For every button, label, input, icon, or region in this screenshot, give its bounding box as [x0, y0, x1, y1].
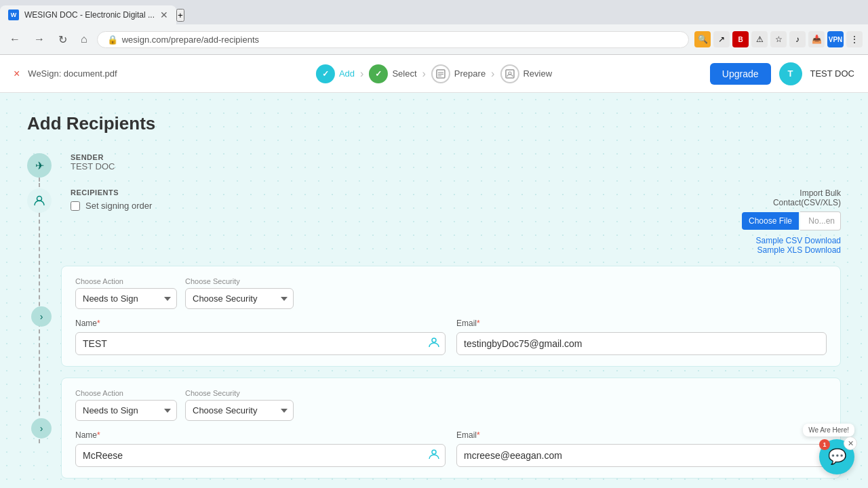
- card-2-name-group: Name*: [75, 430, 446, 467]
- svg-point-8: [432, 450, 436, 454]
- browser-toolbar: ← → ↻ ⌂ 🔒 wesign.com/prepare/add-recipie…: [0, 24, 868, 54]
- card-2-email-group: Email*: [456, 430, 827, 467]
- card-1-action-label: Choose Action: [75, 277, 177, 285]
- document-name: WeSign: document.pdf: [28, 68, 117, 79]
- card-1-contact-icon[interactable]: [428, 336, 440, 351]
- card-2-field-row: Name*: [75, 430, 827, 467]
- card-2-email-label: Email*: [456, 430, 827, 440]
- import-file-row: Choose File No...en: [742, 211, 841, 230]
- main-content: Add Recipients ✈ SENDER TEST DOC: [0, 93, 868, 488]
- app-logo: × WeSign: document.pdf: [14, 68, 117, 80]
- card-1-email-group: Email*: [456, 319, 827, 355]
- card-2-inner: Choose Action Needs to Sign Choose Secur…: [61, 378, 841, 479]
- step-add-label: Add: [339, 68, 355, 79]
- ext-icon-4[interactable]: ☆: [770, 31, 787, 47]
- card-2-security-dropdown[interactable]: Choose Security: [185, 400, 294, 421]
- step-add-circle: ✓: [316, 64, 335, 83]
- user-avatar: T: [779, 62, 802, 85]
- card-2-arrow-button[interactable]: ›: [31, 418, 52, 439]
- sample-xls-link[interactable]: Sample XLS Download: [742, 245, 841, 255]
- user-name: TEST DOC: [810, 68, 855, 79]
- browser-chrome: W WESIGN DOC - Electronic Digital ... ✕ …: [0, 0, 868, 55]
- card-1-arrow-button[interactable]: ›: [31, 306, 52, 327]
- sender-label: SENDER: [71, 153, 841, 161]
- upgrade-button[interactable]: Upgrade: [710, 63, 771, 85]
- step-review: Review: [500, 64, 552, 83]
- step-select-label: Select: [392, 68, 416, 79]
- sender-name: TEST DOC: [71, 161, 841, 171]
- step-review-label: Review: [523, 68, 552, 79]
- card-1-action-dropdown[interactable]: Needs to Sign: [75, 288, 177, 309]
- chat-widget: We Are Here! 💬 1 ✕: [819, 439, 854, 474]
- card-2-contact-icon[interactable]: [428, 448, 440, 463]
- new-tab-button[interactable]: +: [176, 9, 184, 22]
- forward-button[interactable]: →: [30, 30, 49, 48]
- card-2-action-row: Choose Action Needs to Sign Choose Secur…: [75, 389, 827, 421]
- card-1-security-group: Choose Security Choose Security: [185, 277, 294, 309]
- card-1-name-input[interactable]: [75, 332, 446, 355]
- sample-csv-link[interactable]: Sample CSV Download: [742, 236, 841, 245]
- card-1-name-label: Name*: [75, 319, 446, 328]
- card-2-action-dropdown[interactable]: Needs to Sign: [75, 400, 177, 421]
- signing-order-label[interactable]: Set signing order: [85, 201, 152, 211]
- card-1-action-group: Choose Action Needs to Sign: [75, 277, 177, 309]
- back-button[interactable]: ←: [5, 30, 24, 48]
- card-1-security-label: Choose Security: [185, 277, 294, 285]
- card-1-email-label: Email*: [456, 319, 827, 328]
- active-tab: W WESIGN DOC - Electronic Digital ... ✕: [0, 5, 176, 24]
- tab-favicon: W: [8, 9, 19, 20]
- choose-file-button[interactable]: Choose File: [742, 212, 799, 230]
- svg-point-7: [432, 338, 436, 342]
- ext-icon-2[interactable]: ↗: [713, 31, 730, 47]
- card-1-email-input[interactable]: [456, 332, 827, 355]
- chat-close-button[interactable]: ✕: [844, 436, 857, 450]
- url-bar[interactable]: 🔒 wesign.com/prepare/add-recipients: [97, 31, 689, 48]
- arrow-2: ›: [422, 68, 426, 80]
- reload-button[interactable]: ↻: [54, 30, 71, 49]
- lock-icon: 🔒: [107, 35, 118, 45]
- sender-content: SENDER TEST DOC: [71, 153, 841, 171]
- arrow-3: ›: [491, 68, 494, 80]
- ext-icon-1[interactable]: 🔍: [694, 31, 711, 47]
- header-right: Upgrade T TEST DOC: [710, 62, 854, 85]
- step-prepare-circle: [431, 64, 450, 83]
- url-text: wesign.com/prepare/add-recipients: [122, 35, 259, 45]
- card-1-action-row: Choose Action Needs to Sign Choose Secur…: [75, 277, 827, 309]
- ext-vpn-icon[interactable]: VPN: [827, 31, 844, 47]
- step-prepare: Prepare: [431, 64, 486, 83]
- recipient-cards-container: › Choose Action Needs to Sign Choose Sec…: [61, 266, 841, 479]
- ext-menu-icon[interactable]: ⋮: [846, 31, 863, 47]
- step-indicator: ✓ Add › ✓ Select › Prepare › Review: [316, 64, 552, 83]
- app-header: × WeSign: document.pdf ✓ Add › ✓ Select …: [0, 55, 868, 93]
- card-1-email-input-wrap: [456, 332, 827, 355]
- step-add: ✓ Add: [316, 64, 355, 83]
- card-2-name-input[interactable]: [75, 444, 446, 467]
- recipients-label: RECIPIENTS: [71, 188, 742, 197]
- card-2-email-input[interactable]: [456, 444, 827, 467]
- recipient-card-2: › Choose Action Needs to Sign Choose Sec…: [61, 378, 841, 479]
- page-title: Add Recipients: [27, 113, 841, 134]
- ext-brave-icon[interactable]: B: [732, 31, 749, 47]
- card-2-name-label: Name*: [75, 430, 446, 440]
- svg-rect-4: [505, 70, 513, 78]
- recipient-card-1: › Choose Action Needs to Sign Choose Sec…: [61, 266, 841, 367]
- import-section: Import Bulk Contact(CSV/XLS) Choose File…: [742, 188, 841, 255]
- card-1-security-dropdown[interactable]: Choose Security: [185, 288, 294, 309]
- home-button[interactable]: ⌂: [77, 30, 92, 48]
- step-review-circle: [500, 64, 519, 83]
- card-2-security-group: Choose Security Choose Security: [185, 389, 294, 421]
- recipients-icon: [27, 188, 52, 213]
- extensions-area: 🔍 ↗ B ⚠ ☆ ♪ 📥 VPN ⋮: [694, 31, 863, 47]
- ext-icon-3[interactable]: ⚠: [751, 31, 768, 47]
- step-prepare-label: Prepare: [454, 68, 486, 79]
- tab-close-button[interactable]: ✕: [160, 9, 168, 20]
- signing-order-checkbox[interactable]: [71, 201, 80, 211]
- sender-section: ✈ SENDER TEST DOC: [27, 153, 841, 178]
- card-1-inner: Choose Action Needs to Sign Choose Secur…: [61, 266, 841, 367]
- card-2-security-label: Choose Security: [185, 389, 294, 397]
- ext-icon-5[interactable]: ♪: [789, 31, 806, 47]
- ext-icon-6[interactable]: 📥: [808, 31, 825, 47]
- sender-icon: ✈: [27, 153, 52, 178]
- close-icon[interactable]: ×: [14, 68, 20, 80]
- card-2-action-label: Choose Action: [75, 389, 177, 397]
